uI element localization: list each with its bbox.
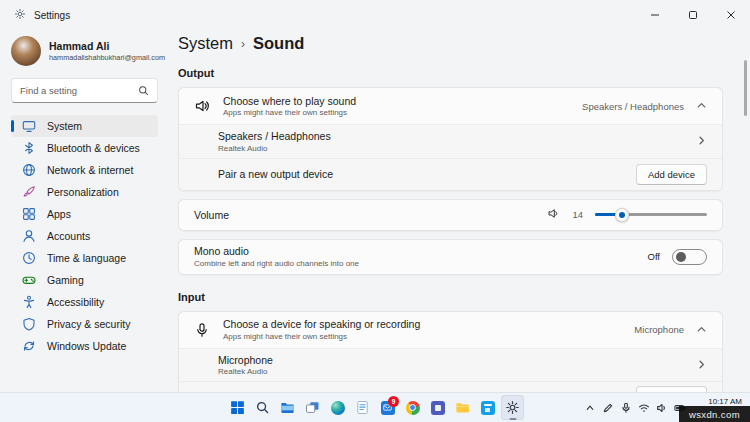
accessibility-icon bbox=[22, 295, 36, 309]
microphone-icon bbox=[194, 322, 210, 338]
speaker-icon bbox=[194, 98, 210, 114]
system-icon bbox=[22, 119, 36, 133]
sidebar-nav: System Bluetooth & devices Network & int… bbox=[11, 115, 158, 357]
file-explorer-icon[interactable] bbox=[276, 395, 299, 420]
speakers-headphones-row[interactable]: Speakers / Headphones Realtek Audio bbox=[179, 124, 722, 158]
network-icon bbox=[22, 163, 36, 177]
maximize-button[interactable] bbox=[674, 0, 712, 30]
volume-speaker-icon[interactable] bbox=[547, 206, 560, 224]
edge-icon[interactable] bbox=[326, 395, 349, 420]
volume-value: 14 bbox=[572, 209, 583, 220]
volume-row: Volume 14 bbox=[179, 200, 722, 230]
breadcrumb-system[interactable]: System bbox=[178, 34, 233, 53]
mono-audio-toggle[interactable] bbox=[672, 249, 707, 265]
chevron-up-icon[interactable] bbox=[696, 97, 707, 115]
notepad-icon[interactable] bbox=[351, 395, 374, 420]
sidebar-item-system[interactable]: System bbox=[11, 115, 158, 137]
output-device-card: Choose where to play sound Apps might ha… bbox=[178, 87, 723, 191]
sidebar-item-label: Personalization bbox=[47, 186, 119, 198]
sidebar-item-label: Apps bbox=[47, 208, 71, 220]
choose-input-expander[interactable]: Choose a device for speaking or recordin… bbox=[179, 312, 722, 348]
pen-icon[interactable] bbox=[599, 395, 616, 420]
sidebar-item-label: Accessibility bbox=[47, 296, 104, 308]
sidebar-item-label: System bbox=[47, 120, 82, 132]
user-profile[interactable]: Hammad Ali hammadalishahbukhari@gmail.co… bbox=[11, 36, 158, 66]
toggle-knob bbox=[676, 252, 686, 262]
choose-output-text: Choose where to play sound Apps might ha… bbox=[223, 90, 356, 123]
settings-window: Settings Hammad Ali hammadalishahbukhari… bbox=[0, 0, 750, 422]
microphone-row[interactable]: Microphone Realtek Audio bbox=[179, 348, 722, 382]
taskbar-center: 9 bbox=[226, 395, 524, 420]
tray-chevron-up-icon[interactable] bbox=[581, 395, 598, 420]
accounts-icon bbox=[22, 229, 36, 243]
scrollbar-thumb[interactable] bbox=[744, 60, 747, 116]
mail-icon[interactable]: 9 bbox=[376, 395, 399, 420]
output-selected-value: Speakers / Headphones bbox=[582, 101, 684, 112]
chevron-right-icon bbox=[696, 132, 707, 150]
mono-audio-card: Mono audio Combine left and right audio … bbox=[178, 239, 723, 275]
titlebar: Settings bbox=[0, 0, 750, 30]
gaming-icon bbox=[22, 273, 36, 287]
mono-audio-title: Mono audio bbox=[194, 245, 359, 257]
output-device-driver: Realtek Audio bbox=[218, 144, 331, 153]
close-button[interactable] bbox=[712, 0, 750, 30]
folder-icon[interactable] bbox=[451, 395, 474, 420]
choose-output-expander[interactable]: Choose where to play sound Apps might ha… bbox=[179, 88, 722, 124]
time-language-icon bbox=[22, 251, 36, 265]
page-title: Sound bbox=[253, 34, 304, 53]
bluetooth-icon bbox=[22, 141, 36, 155]
user-text: Hammad Ali hammadalishahbukhari@gmail.co… bbox=[49, 40, 165, 62]
search-input[interactable] bbox=[20, 85, 138, 96]
mono-audio-row: Mono audio Combine left and right audio … bbox=[179, 240, 722, 274]
settings-taskbar-icon[interactable] bbox=[501, 395, 524, 420]
sidebar-item-label: Gaming bbox=[47, 274, 84, 286]
windows-update-icon bbox=[22, 339, 36, 353]
choose-output-subtitle: Apps might have their own settings bbox=[223, 108, 356, 117]
chrome-icon[interactable] bbox=[401, 395, 424, 420]
chevron-up-icon[interactable] bbox=[696, 321, 707, 339]
privacy-icon bbox=[22, 317, 36, 331]
user-name: Hammad Ali bbox=[49, 40, 165, 52]
sidebar-item-network-internet[interactable]: Network & internet bbox=[11, 159, 158, 181]
start-button[interactable] bbox=[226, 395, 249, 420]
volume-card: Volume 14 bbox=[178, 199, 723, 231]
sidebar-item-label: Windows Update bbox=[47, 340, 126, 352]
sidebar-item-personalization[interactable]: Personalization bbox=[11, 181, 158, 203]
sidebar-item-label: Network & internet bbox=[47, 164, 133, 176]
tray-microphone-icon[interactable] bbox=[617, 395, 634, 420]
sidebar-item-bluetooth-devices[interactable]: Bluetooth & devices bbox=[11, 137, 158, 159]
store-icon[interactable] bbox=[476, 395, 499, 420]
choose-input-title: Choose a device for speaking or recordin… bbox=[223, 318, 420, 330]
avatar bbox=[11, 36, 41, 66]
minimize-button[interactable] bbox=[636, 0, 674, 30]
input-device-driver: Realtek Audio bbox=[218, 367, 273, 376]
sidebar-item-accessibility[interactable]: Accessibility bbox=[11, 291, 158, 313]
choose-input-subtitle: Apps might have their own settings bbox=[223, 332, 420, 341]
sidebar-item-windows-update[interactable]: Windows Update bbox=[11, 335, 158, 357]
pair-output-label: Pair a new output device bbox=[218, 168, 333, 180]
taskbar: 9 10:17 A bbox=[0, 392, 750, 422]
tray-speaker-icon[interactable] bbox=[653, 395, 670, 420]
volume-slider[interactable] bbox=[595, 208, 707, 222]
search-box[interactable] bbox=[11, 78, 158, 103]
pair-input-row: Pair a new input device Add device bbox=[179, 381, 722, 392]
task-view-icon[interactable] bbox=[301, 395, 324, 420]
clock[interactable]: 10:17 AM bbox=[708, 397, 742, 406]
settings-app-icon bbox=[14, 6, 26, 24]
sidebar-item-label: Time & language bbox=[47, 252, 126, 264]
sidebar-item-gaming[interactable]: Gaming bbox=[11, 269, 158, 291]
window-controls bbox=[636, 0, 750, 30]
pair-output-row: Pair a new output device Add device bbox=[179, 158, 722, 190]
teams-icon[interactable] bbox=[426, 395, 449, 420]
add-output-device-button[interactable]: Add device bbox=[636, 164, 707, 185]
notification-badge: 9 bbox=[388, 396, 399, 407]
sidebar-item-label: Accounts bbox=[47, 230, 90, 242]
choose-input-text: Choose a device for speaking or recordin… bbox=[223, 313, 420, 346]
sidebar-item-time-language[interactable]: Time & language bbox=[11, 247, 158, 269]
wifi-icon[interactable] bbox=[635, 395, 652, 420]
slider-thumb[interactable] bbox=[615, 208, 629, 222]
taskbar-search-icon[interactable] bbox=[251, 395, 274, 420]
sidebar-item-privacy-security[interactable]: Privacy & security bbox=[11, 313, 158, 335]
sidebar-item-accounts[interactable]: Accounts bbox=[11, 225, 158, 247]
sidebar-item-apps[interactable]: Apps bbox=[11, 203, 158, 225]
